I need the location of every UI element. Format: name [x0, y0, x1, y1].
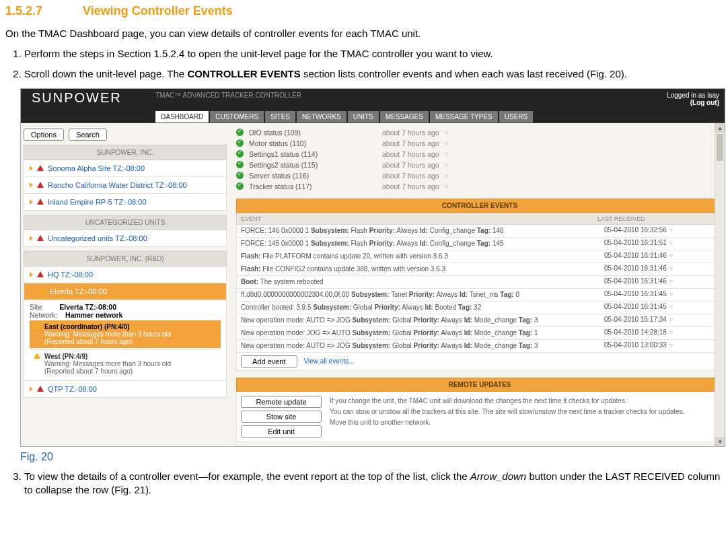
event-text: FORCE: 146 0x0000 1 Subsystem: Flash Pri… [241, 226, 604, 236]
event-text: ff,d8d0,0000000000002304,00,0f,00 Subsys… [241, 290, 604, 300]
scrollbar[interactable]: ▴ ▾ [715, 123, 725, 446]
remote-updates-header: REMOTE UPDATES [236, 378, 723, 392]
logout-link[interactable]: (Log out) [690, 99, 719, 106]
remote-update-button[interactable]: Remote update [241, 396, 322, 408]
status-label: Tracker status (117) [249, 182, 377, 190]
search-button[interactable]: Search [69, 129, 107, 141]
nav-tab[interactable]: MESSAGES [380, 111, 429, 123]
status-label: Settings2 status (115) [249, 161, 377, 169]
sidebar-item[interactable]: QTP TZ:-08:00 [24, 381, 227, 398]
status-row: DIO status (109)about 7 hours ago▿ [236, 127, 723, 138]
chevron-right-icon [30, 272, 33, 277]
controller-events-header: CONTROLLER EVENTS [236, 199, 723, 213]
section-heading: 1.5.2.7 Viewing Controller Events [5, 4, 723, 18]
event-row: ff,d8d0,0000000000002304,00,0f,00 Subsys… [236, 289, 723, 302]
step-2: Scroll down the unit-level page. The CON… [24, 67, 723, 81]
sidebar-item-selected[interactable]: Elverta TZ:-08:00 [24, 283, 227, 300]
event-text: New operation mode: JOG => AUTO Subsyste… [241, 328, 604, 338]
view-all-events-link[interactable]: View all events... [304, 357, 355, 365]
event-row: New operation mode: JOG => AUTO Subsyste… [236, 327, 723, 340]
check-icon [236, 129, 244, 136]
check-icon [236, 161, 244, 168]
chevron-right-icon [30, 236, 33, 241]
check-icon [236, 150, 244, 158]
sidebar-group-header: SUNPOWER, INC. (R&D) [24, 251, 227, 267]
chevron-down-icon[interactable]: ▿ [445, 182, 448, 190]
section-number: 1.5.2.7 [5, 4, 79, 18]
sidebar-item[interactable]: Uncategorized units TZ:-08:00 [24, 230, 227, 247]
chevron-down-icon[interactable]: ▿ [669, 226, 673, 234]
event-text: Flash: File PLATFORM contains update 20,… [241, 252, 604, 261]
chevron-down-icon[interactable]: ▿ [669, 328, 673, 336]
chevron-right-icon [30, 182, 33, 188]
nav-tab[interactable]: NETWORKS [297, 111, 347, 123]
chevron-down-icon[interactable]: ▿ [669, 303, 673, 310]
status-age: about 7 hours ago [382, 161, 439, 169]
east-unit-card[interactable]: East (coordinator) (PN:4/0) Warning: Mes… [30, 320, 221, 348]
chevron-down-icon[interactable]: ▿ [445, 161, 448, 168]
sidebar-group-header: UNCATEGORIZED UNITS [24, 215, 227, 230]
nav-tab[interactable]: MESSAGE TYPES [430, 111, 498, 123]
chevron-down-icon[interactable]: ▿ [669, 316, 673, 323]
main-content: DIO status (109)about 7 hours ago▿Motor … [229, 123, 725, 446]
chevron-down-icon[interactable]: ▿ [669, 277, 673, 285]
stow-site-button[interactable]: Stow site [241, 411, 322, 423]
nav-tab[interactable]: CUSTOMERS [210, 111, 264, 123]
status-label: DIO status (109) [249, 129, 377, 137]
chevron-down-icon[interactable]: ▿ [445, 150, 448, 158]
screenshot-figure: SUNPOWER TMAC™ ADVANCED TRACKER CONTROLL… [20, 88, 725, 447]
sidebar-item[interactable]: Inland Empire RP-5 TZ:-08:00 [24, 194, 227, 211]
chevron-down-icon[interactable]: ▿ [445, 172, 448, 179]
event-last-received: 05-04-2010 14:28:18 ▿ [604, 328, 719, 338]
chevron-down-icon [30, 289, 35, 293]
chevron-down-icon[interactable]: ▿ [669, 239, 673, 246]
check-icon [236, 172, 244, 179]
alert-icon [37, 235, 44, 241]
chevron-down-icon[interactable]: ▿ [669, 341, 673, 349]
event-text: New operation mode: AUTO => JOG Subsyste… [241, 316, 604, 325]
check-icon [236, 182, 244, 190]
site-info: Site: Elverta TZ:-08:00 Network: Hammer … [24, 300, 227, 381]
step-1: Perform the steps in Section 1.5.2.4 to … [24, 47, 723, 61]
nav-tab[interactable]: UNITS [348, 111, 379, 123]
add-event-button[interactable]: Add event [241, 355, 297, 368]
app-topbar: SUNPOWER TMAC™ ADVANCED TRACKER CONTROLL… [21, 89, 725, 123]
alert-icon [37, 165, 44, 171]
scroll-thumb[interactable] [717, 134, 723, 161]
options-button[interactable]: Options [24, 129, 64, 141]
sidebar-item[interactable]: Rancho California Water District TZ:-08:… [24, 177, 227, 194]
chevron-down-icon[interactable]: ▿ [669, 252, 673, 259]
chevron-down-icon[interactable]: ▿ [445, 139, 448, 147]
nav-tab[interactable]: SITES [265, 111, 295, 123]
alert-icon [37, 271, 44, 277]
event-last-received: 05-04-2010 16:32:56 ▿ [604, 226, 719, 236]
edit-unit-button[interactable]: Edit unit [241, 425, 322, 438]
chevron-down-icon[interactable]: ▿ [669, 265, 673, 272]
sidebar-item[interactable]: Sonoma Alpha Site TZ:-08:00 [24, 160, 227, 177]
event-last-received: 05-04-2010 16:31:46 ▿ [604, 265, 719, 274]
scroll-up-button[interactable]: ▴ [715, 123, 725, 133]
warning-icon [34, 353, 40, 359]
event-row: New operation mode: AUTO => JOG Subsyste… [236, 340, 723, 353]
status-row: Settings1 status (114)about 7 hours ago▿ [236, 149, 723, 160]
event-last-received: 05-04-2010 16:31:45 ▿ [604, 290, 719, 300]
status-age: about 7 hours ago [382, 182, 439, 190]
west-unit-card[interactable]: West (PN:4/9) Warning: Messages more tha… [30, 349, 221, 378]
event-text: Boot: The system rebooted [241, 277, 604, 287]
event-last-received: 05-04-2010 16:31:51 ▿ [604, 239, 719, 248]
chevron-down-icon[interactable]: ▿ [445, 129, 448, 136]
scroll-down-button[interactable]: ▾ [715, 437, 725, 446]
status-age: about 7 hours ago [382, 139, 439, 147]
figure-caption: Fig. 20 [20, 451, 723, 463]
sidebar-item[interactable]: HQ TZ:-08:00 [24, 267, 227, 283]
sidebar-item-label: Inland Empire RP-5 TZ:-08:00 [48, 198, 147, 206]
sidebar-item-label: Rancho California Water District TZ:-08:… [48, 181, 187, 189]
nav-tab[interactable]: DASHBOARD [155, 111, 209, 123]
event-row: Boot: The system rebooted05-04-2010 16:3… [236, 276, 723, 289]
nav-tab[interactable]: USERS [499, 111, 533, 123]
chevron-down-icon[interactable]: ▿ [669, 290, 673, 298]
event-last-received: 05-04-2010 16:31:46 ▿ [604, 277, 719, 287]
sidebar-item-label: HQ TZ:-08:00 [48, 271, 93, 279]
status-row: Server status (116)about 7 hours ago▿ [236, 170, 723, 181]
status-label: Motor status (110) [249, 139, 377, 147]
